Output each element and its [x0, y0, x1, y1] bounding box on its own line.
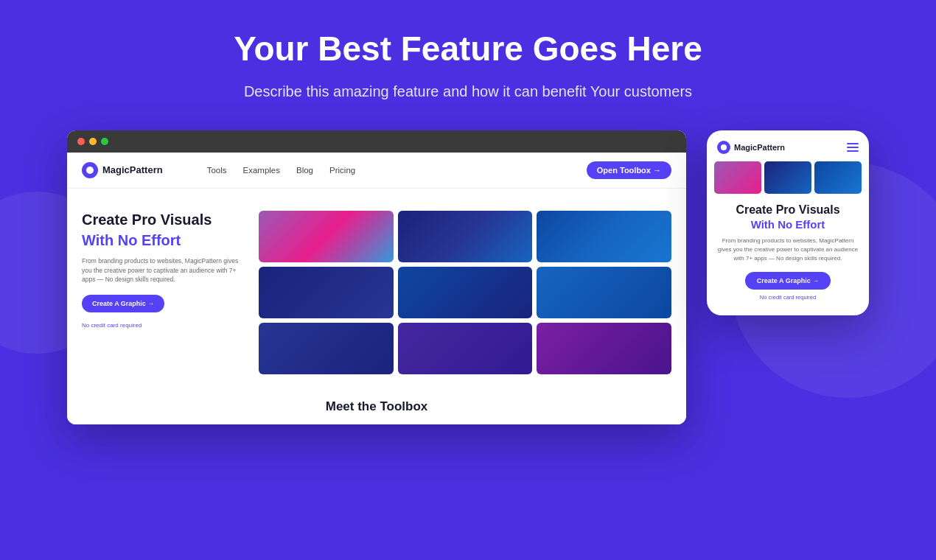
hamburger-line-3 [847, 150, 859, 152]
desktop-nav: MagicPattern Tools Examples Blog Pricing… [67, 153, 686, 189]
desktop-image-grid [259, 211, 671, 374]
desktop-mockup: MagicPattern Tools Examples Blog Pricing… [67, 130, 686, 424]
grid-card-8 [398, 323, 533, 374]
mobile-logo-text: MagicPattern [734, 143, 785, 152]
mobile-hero-title: Create Pro Visuals [717, 203, 859, 217]
nav-link-blog[interactable]: Blog [296, 166, 313, 175]
browser-dot-yellow [89, 138, 97, 145]
desktop-no-card: No credit card required [82, 322, 142, 329]
mobile-grid-card-1 [714, 161, 761, 194]
desktop-nav-links: Tools Examples Blog Pricing [207, 166, 356, 175]
hamburger-line-2 [847, 147, 859, 148]
mobile-grid-card-2 [764, 161, 811, 194]
nav-link-tools[interactable]: Tools [207, 166, 227, 175]
hero-subtitle: Describe this amazing feature and how it… [234, 80, 702, 102]
desktop-open-toolbox-button[interactable]: Open Toolbox → [587, 161, 671, 179]
desktop-logo-text: MagicPattern [102, 164, 163, 175]
grid-card-5 [398, 267, 533, 318]
desktop-bottom-text: Meet the Toolbox [67, 389, 686, 424]
browser-bar [67, 130, 686, 153]
desktop-hero-desc: From branding products to websites, Magi… [82, 256, 244, 284]
mobile-mockup: MagicPattern Create Pro Visuals With No … [707, 130, 869, 315]
mobile-menu-icon[interactable] [847, 143, 859, 152]
desktop-hero: Create Pro Visuals With No Effort From b… [67, 189, 686, 389]
grid-card-1 [259, 211, 394, 262]
grid-card-2 [398, 211, 533, 262]
mobile-create-graphic-button[interactable]: Create A Graphic → [745, 272, 831, 290]
mobile-hero-accent: With No Effort [717, 218, 859, 231]
mobile-hero-desc: From branding products to websites, Magi… [717, 237, 859, 263]
desktop-hero-accent: With No Effort [82, 231, 244, 249]
grid-card-9 [537, 323, 671, 374]
hero-section: Your Best Feature Goes Here Describe thi… [219, 0, 717, 125]
browser-dot-green [101, 138, 108, 145]
hero-title: Your Best Feature Goes Here [234, 29, 702, 69]
desktop-hero-title: Create Pro Visuals [82, 211, 244, 228]
nav-link-examples[interactable]: Examples [243, 166, 281, 175]
grid-card-7 [259, 323, 394, 374]
browser-content: MagicPattern Tools Examples Blog Pricing… [67, 153, 686, 424]
desktop-logo: MagicPattern [82, 162, 163, 178]
mobile-grid-card-3 [814, 161, 862, 194]
mobile-nav: MagicPattern [707, 130, 869, 161]
grid-card-4 [259, 267, 394, 318]
hamburger-line-1 [847, 143, 859, 144]
mobile-hero: Create Pro Visuals With No Effort From b… [707, 203, 869, 301]
mobile-no-card: No credit card required [717, 294, 859, 301]
browser-dot-red [77, 138, 85, 145]
grid-card-6 [537, 267, 671, 318]
mobile-logo-icon [717, 141, 730, 154]
desktop-create-graphic-button[interactable]: Create A Graphic → [82, 295, 164, 312]
desktop-logo-icon [82, 162, 98, 178]
screens-container: MagicPattern Tools Examples Blog Pricing… [23, 130, 913, 424]
mobile-logo: MagicPattern [717, 141, 785, 154]
grid-card-3 [537, 211, 671, 262]
nav-link-pricing[interactable]: Pricing [329, 166, 355, 175]
mobile-image-grid [707, 161, 869, 203]
desktop-hero-text: Create Pro Visuals With No Effort From b… [82, 211, 244, 330]
